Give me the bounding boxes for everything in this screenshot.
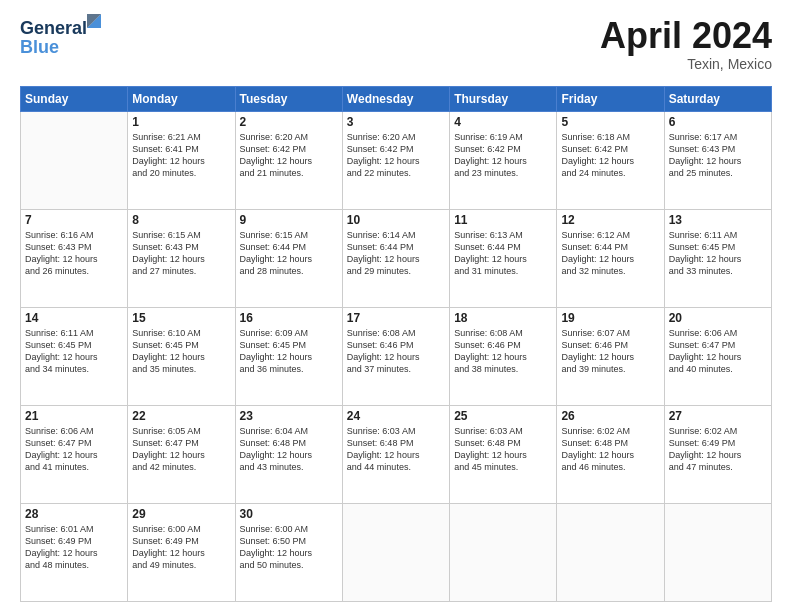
day-info: Sunrise: 6:03 AM Sunset: 6:48 PM Dayligh… xyxy=(454,425,552,474)
day-info: Sunrise: 6:12 AM Sunset: 6:44 PM Dayligh… xyxy=(561,229,659,278)
calendar-body: 1Sunrise: 6:21 AM Sunset: 6:41 PM Daylig… xyxy=(21,112,772,602)
day-info: Sunrise: 6:00 AM Sunset: 6:49 PM Dayligh… xyxy=(132,523,230,572)
day-number: 5 xyxy=(561,115,659,129)
day-number: 17 xyxy=(347,311,445,325)
calendar-cell: 14Sunrise: 6:11 AM Sunset: 6:45 PM Dayli… xyxy=(21,308,128,406)
calendar-cell: 24Sunrise: 6:03 AM Sunset: 6:48 PM Dayli… xyxy=(342,406,449,504)
calendar-cell: 18Sunrise: 6:08 AM Sunset: 6:46 PM Dayli… xyxy=(450,308,557,406)
calendar-week-row: 28Sunrise: 6:01 AM Sunset: 6:49 PM Dayli… xyxy=(21,504,772,602)
day-info: Sunrise: 6:19 AM Sunset: 6:42 PM Dayligh… xyxy=(454,131,552,180)
day-info: Sunrise: 6:15 AM Sunset: 6:44 PM Dayligh… xyxy=(240,229,338,278)
calendar-cell: 13Sunrise: 6:11 AM Sunset: 6:45 PM Dayli… xyxy=(664,210,771,308)
logo-bird-icon xyxy=(87,14,101,28)
calendar-week-row: 1Sunrise: 6:21 AM Sunset: 6:41 PM Daylig… xyxy=(21,112,772,210)
day-info: Sunrise: 6:21 AM Sunset: 6:41 PM Dayligh… xyxy=(132,131,230,180)
col-monday: Monday xyxy=(128,87,235,112)
day-number: 28 xyxy=(25,507,123,521)
day-number: 1 xyxy=(132,115,230,129)
calendar-cell: 8Sunrise: 6:15 AM Sunset: 6:43 PM Daylig… xyxy=(128,210,235,308)
day-info: Sunrise: 6:20 AM Sunset: 6:42 PM Dayligh… xyxy=(240,131,338,180)
calendar-cell: 7Sunrise: 6:16 AM Sunset: 6:43 PM Daylig… xyxy=(21,210,128,308)
day-info: Sunrise: 6:08 AM Sunset: 6:46 PM Dayligh… xyxy=(347,327,445,376)
day-number: 29 xyxy=(132,507,230,521)
day-info: Sunrise: 6:11 AM Sunset: 6:45 PM Dayligh… xyxy=(25,327,123,376)
day-number: 6 xyxy=(669,115,767,129)
calendar-cell: 28Sunrise: 6:01 AM Sunset: 6:49 PM Dayli… xyxy=(21,504,128,602)
day-number: 26 xyxy=(561,409,659,423)
calendar-cell xyxy=(21,112,128,210)
day-info: Sunrise: 6:20 AM Sunset: 6:42 PM Dayligh… xyxy=(347,131,445,180)
day-info: Sunrise: 6:06 AM Sunset: 6:47 PM Dayligh… xyxy=(25,425,123,474)
day-info: Sunrise: 6:02 AM Sunset: 6:48 PM Dayligh… xyxy=(561,425,659,474)
calendar-cell: 2Sunrise: 6:20 AM Sunset: 6:42 PM Daylig… xyxy=(235,112,342,210)
day-info: Sunrise: 6:14 AM Sunset: 6:44 PM Dayligh… xyxy=(347,229,445,278)
logo: General Blue xyxy=(20,18,87,58)
day-info: Sunrise: 6:03 AM Sunset: 6:48 PM Dayligh… xyxy=(347,425,445,474)
col-saturday: Saturday xyxy=(664,87,771,112)
day-number: 2 xyxy=(240,115,338,129)
day-info: Sunrise: 6:06 AM Sunset: 6:47 PM Dayligh… xyxy=(669,327,767,376)
calendar-location: Texin, Mexico xyxy=(600,56,772,72)
calendar-cell: 1Sunrise: 6:21 AM Sunset: 6:41 PM Daylig… xyxy=(128,112,235,210)
col-tuesday: Tuesday xyxy=(235,87,342,112)
day-number: 10 xyxy=(347,213,445,227)
calendar-cell xyxy=(450,504,557,602)
logo-blue: Blue xyxy=(20,37,59,58)
calendar-cell: 16Sunrise: 6:09 AM Sunset: 6:45 PM Dayli… xyxy=(235,308,342,406)
day-info: Sunrise: 6:05 AM Sunset: 6:47 PM Dayligh… xyxy=(132,425,230,474)
day-number: 14 xyxy=(25,311,123,325)
day-number: 12 xyxy=(561,213,659,227)
day-number: 22 xyxy=(132,409,230,423)
day-info: Sunrise: 6:01 AM Sunset: 6:49 PM Dayligh… xyxy=(25,523,123,572)
day-number: 27 xyxy=(669,409,767,423)
calendar-cell: 26Sunrise: 6:02 AM Sunset: 6:48 PM Dayli… xyxy=(557,406,664,504)
day-info: Sunrise: 6:07 AM Sunset: 6:46 PM Dayligh… xyxy=(561,327,659,376)
calendar-week-row: 14Sunrise: 6:11 AM Sunset: 6:45 PM Dayli… xyxy=(21,308,772,406)
day-number: 8 xyxy=(132,213,230,227)
day-number: 4 xyxy=(454,115,552,129)
page: General Blue April 2024 Texin, Mexico Su… xyxy=(0,0,792,612)
day-number: 7 xyxy=(25,213,123,227)
calendar-cell: 15Sunrise: 6:10 AM Sunset: 6:45 PM Dayli… xyxy=(128,308,235,406)
col-thursday: Thursday xyxy=(450,87,557,112)
col-wednesday: Wednesday xyxy=(342,87,449,112)
calendar-header-row: Sunday Monday Tuesday Wednesday Thursday… xyxy=(21,87,772,112)
day-info: Sunrise: 6:18 AM Sunset: 6:42 PM Dayligh… xyxy=(561,131,659,180)
calendar-cell: 10Sunrise: 6:14 AM Sunset: 6:44 PM Dayli… xyxy=(342,210,449,308)
calendar-table: Sunday Monday Tuesday Wednesday Thursday… xyxy=(20,86,772,602)
calendar-cell: 11Sunrise: 6:13 AM Sunset: 6:44 PM Dayli… xyxy=(450,210,557,308)
day-info: Sunrise: 6:00 AM Sunset: 6:50 PM Dayligh… xyxy=(240,523,338,572)
day-number: 3 xyxy=(347,115,445,129)
day-info: Sunrise: 6:16 AM Sunset: 6:43 PM Dayligh… xyxy=(25,229,123,278)
calendar-cell: 19Sunrise: 6:07 AM Sunset: 6:46 PM Dayli… xyxy=(557,308,664,406)
day-info: Sunrise: 6:11 AM Sunset: 6:45 PM Dayligh… xyxy=(669,229,767,278)
calendar-cell: 5Sunrise: 6:18 AM Sunset: 6:42 PM Daylig… xyxy=(557,112,664,210)
day-number: 30 xyxy=(240,507,338,521)
day-number: 9 xyxy=(240,213,338,227)
day-number: 23 xyxy=(240,409,338,423)
calendar-cell xyxy=(342,504,449,602)
day-info: Sunrise: 6:09 AM Sunset: 6:45 PM Dayligh… xyxy=(240,327,338,376)
calendar-cell: 23Sunrise: 6:04 AM Sunset: 6:48 PM Dayli… xyxy=(235,406,342,504)
calendar-week-row: 21Sunrise: 6:06 AM Sunset: 6:47 PM Dayli… xyxy=(21,406,772,504)
day-info: Sunrise: 6:04 AM Sunset: 6:48 PM Dayligh… xyxy=(240,425,338,474)
day-number: 15 xyxy=(132,311,230,325)
calendar-cell: 21Sunrise: 6:06 AM Sunset: 6:47 PM Dayli… xyxy=(21,406,128,504)
day-number: 13 xyxy=(669,213,767,227)
day-number: 20 xyxy=(669,311,767,325)
day-info: Sunrise: 6:08 AM Sunset: 6:46 PM Dayligh… xyxy=(454,327,552,376)
day-number: 11 xyxy=(454,213,552,227)
title-block: April 2024 Texin, Mexico xyxy=(600,18,772,72)
calendar-cell: 20Sunrise: 6:06 AM Sunset: 6:47 PM Dayli… xyxy=(664,308,771,406)
calendar-title: April 2024 xyxy=(600,18,772,54)
calendar-cell: 17Sunrise: 6:08 AM Sunset: 6:46 PM Dayli… xyxy=(342,308,449,406)
day-info: Sunrise: 6:02 AM Sunset: 6:49 PM Dayligh… xyxy=(669,425,767,474)
day-number: 24 xyxy=(347,409,445,423)
day-info: Sunrise: 6:13 AM Sunset: 6:44 PM Dayligh… xyxy=(454,229,552,278)
calendar-cell xyxy=(557,504,664,602)
day-info: Sunrise: 6:17 AM Sunset: 6:43 PM Dayligh… xyxy=(669,131,767,180)
calendar-cell: 12Sunrise: 6:12 AM Sunset: 6:44 PM Dayli… xyxy=(557,210,664,308)
day-number: 18 xyxy=(454,311,552,325)
calendar-cell: 27Sunrise: 6:02 AM Sunset: 6:49 PM Dayli… xyxy=(664,406,771,504)
day-info: Sunrise: 6:15 AM Sunset: 6:43 PM Dayligh… xyxy=(132,229,230,278)
